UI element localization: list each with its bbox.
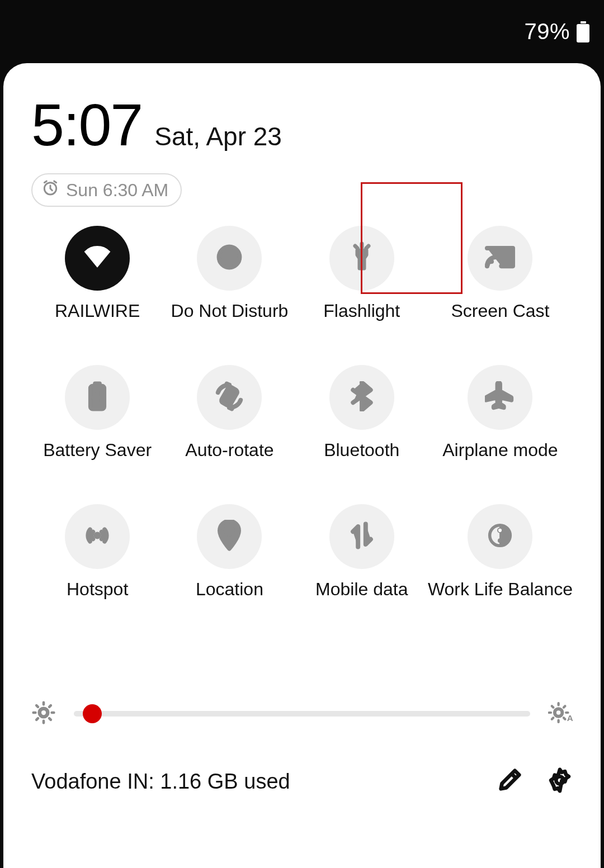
tile-label: Hotspot: [67, 579, 128, 600]
auto-rotate-icon: [214, 381, 244, 414]
tile-dnd[interactable]: Do Not Disturb: [163, 226, 295, 321]
alarm-icon: [41, 179, 59, 201]
bluetooth-icon: [351, 381, 373, 414]
tile-mobile-data[interactable]: Mobile data: [296, 504, 428, 600]
svg-line-34: [564, 706, 565, 708]
tiles-grid: RAILWIRE Do Not Disturb Flashlight Scree…: [31, 226, 573, 600]
alarm-chip[interactable]: Sun 6:30 AM: [31, 173, 182, 207]
edit-icon[interactable]: [497, 767, 522, 795]
tile-auto-rotate[interactable]: Auto-rotate: [163, 365, 295, 461]
tile-flashlight[interactable]: Flashlight: [296, 226, 428, 321]
tile-label: Battery Saver: [43, 440, 152, 461]
tile-label: Screen Cast: [451, 301, 549, 321]
tile-label: Do Not Disturb: [171, 301, 289, 321]
status-bar: 79%: [0, 0, 604, 63]
svg-line-23: [49, 718, 51, 720]
tile-bluetooth[interactable]: Bluetooth: [296, 365, 428, 461]
clock-row: 5:07 Sat, Apr 23: [31, 91, 573, 159]
airplane-icon: [485, 381, 515, 414]
slider-track: [74, 711, 530, 717]
svg-point-16: [498, 538, 502, 543]
tile-work-life-balance[interactable]: Work Life Balance: [428, 504, 573, 600]
svg-line-32: [564, 718, 565, 719]
tile-wifi[interactable]: RAILWIRE: [31, 226, 163, 321]
tile-airplane[interactable]: Airplane mode: [428, 365, 573, 461]
tile-label: Mobile data: [315, 579, 408, 600]
svg-point-17: [40, 709, 48, 717]
svg-line-22: [36, 705, 38, 707]
tile-label: Work Life Balance: [428, 579, 573, 600]
battery-percent: 79%: [524, 19, 570, 44]
flashlight-icon: [348, 241, 376, 275]
slider-thumb[interactable]: [83, 704, 102, 723]
quick-settings-panel: 5:07 Sat, Apr 23 Sun 6:30 AM RAILWIRE Do…: [3, 63, 601, 868]
auto-brightness-icon[interactable]: A: [548, 700, 573, 727]
svg-line-33: [552, 718, 554, 719]
tile-label: Location: [196, 579, 263, 600]
brightness-slider[interactable]: [74, 710, 530, 718]
location-icon: [216, 520, 242, 553]
tile-location[interactable]: Location: [163, 504, 295, 600]
battery-icon: [577, 21, 589, 42]
brightness-low-icon: [31, 700, 56, 727]
svg-line-31: [552, 706, 554, 708]
alarm-text: Sun 6:30 AM: [66, 180, 168, 201]
svg-line-25: [49, 705, 51, 707]
clock-date[interactable]: Sat, Apr 23: [154, 121, 282, 151]
footer-row: Vodafone IN: 1.16 GB used: [31, 767, 573, 795]
hotspot-icon: [83, 521, 112, 552]
brightness-row: A: [31, 700, 573, 727]
svg-point-15: [498, 528, 502, 533]
cast-icon: [484, 244, 516, 272]
svg-point-26: [555, 709, 563, 717]
svg-point-13: [226, 527, 233, 534]
clock-time[interactable]: 5:07: [31, 91, 142, 159]
dnd-icon: [215, 243, 243, 273]
battery-saver-icon: [85, 381, 110, 414]
settings-icon[interactable]: [547, 767, 573, 795]
data-usage-text[interactable]: Vodafone IN: 1.16 GB used: [31, 770, 497, 794]
svg-point-6: [487, 263, 490, 267]
tile-screencast[interactable]: Screen Cast: [428, 226, 573, 321]
tile-hotspot[interactable]: Hotspot: [31, 504, 163, 600]
svg-text:A: A: [567, 713, 573, 723]
tile-label: Airplane mode: [442, 440, 558, 461]
svg-line-5: [366, 246, 369, 248]
tile-battery-saver[interactable]: Battery Saver: [31, 365, 163, 461]
mobile-data-icon: [349, 521, 375, 552]
tile-label: RAILWIRE: [55, 301, 140, 321]
work-life-balance-icon: [488, 523, 512, 550]
wifi-icon: [81, 241, 114, 276]
svg-line-4: [355, 246, 357, 248]
tile-label: Flashlight: [323, 301, 400, 321]
svg-line-24: [36, 718, 38, 720]
tile-label: Bluetooth: [324, 440, 399, 461]
tile-label: Auto-rotate: [185, 440, 273, 461]
